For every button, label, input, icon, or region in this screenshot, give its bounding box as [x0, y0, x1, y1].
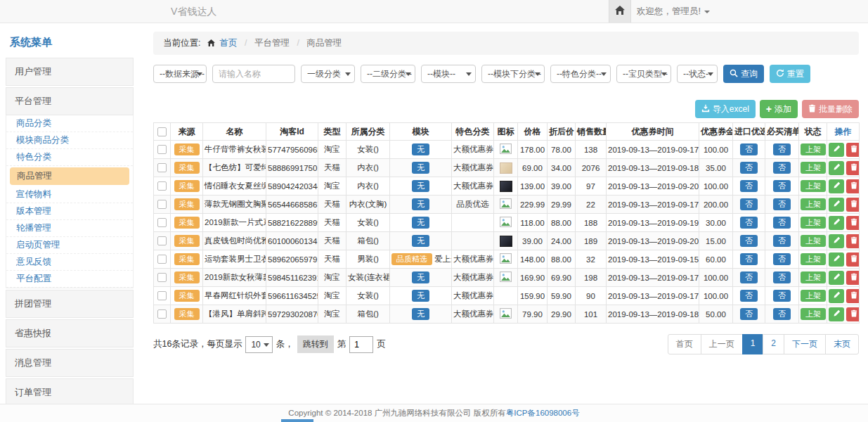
row-checkbox[interactable] [157, 200, 167, 209]
delete-button[interactable] [846, 161, 860, 175]
status-toggle[interactable]: 上架 [801, 180, 826, 192]
filter-select[interactable]: 一级分类 [301, 65, 355, 83]
search-button[interactable]: 查询 [723, 65, 764, 83]
delete-button[interactable] [846, 179, 860, 193]
row-checkbox[interactable] [157, 291, 167, 300]
import-select-toggle[interactable]: 否 [740, 271, 758, 283]
filter-select[interactable]: --模块下分类-- [481, 65, 545, 83]
icp-link[interactable]: 粤ICP备16098006号 [506, 409, 580, 417]
delete-button[interactable] [846, 198, 860, 212]
sidebar-item[interactable]: 省惠快报 [6, 319, 134, 347]
filter-select[interactable]: --特色分类-- [550, 65, 611, 83]
pager-first[interactable]: 首页 [668, 334, 701, 354]
filter-select[interactable]: --二级分类-- [361, 65, 415, 83]
reset-button[interactable]: 重置 [770, 65, 810, 83]
delete-button[interactable] [846, 307, 860, 321]
select-all-checkbox[interactable] [157, 127, 167, 136]
status-toggle[interactable]: 上架 [801, 253, 826, 265]
sidebar-item[interactable]: 拼团管理 [6, 290, 134, 318]
status-toggle[interactable]: 上架 [801, 143, 826, 155]
breadcrumb-home-link[interactable]: 首页 [219, 38, 237, 48]
import-select-toggle[interactable]: 否 [740, 217, 758, 229]
row-checkbox[interactable] [157, 236, 167, 245]
batch-delete-button[interactable]: 批量删除 [802, 100, 859, 118]
import-select-toggle[interactable]: 否 [740, 143, 758, 155]
edit-button[interactable] [829, 307, 844, 321]
edit-button[interactable] [829, 198, 844, 212]
sidebar-subitem[interactable]: 商品管理 [10, 167, 129, 185]
sidebar-item[interactable]: 用户管理 [6, 58, 134, 86]
import-select-toggle[interactable]: 否 [740, 308, 758, 320]
sidebar-subitem[interactable]: 宣传物料 [6, 186, 133, 203]
filter-select[interactable]: --数据来源-- [153, 65, 207, 83]
status-toggle[interactable]: 上架 [801, 308, 826, 320]
status-toggle[interactable]: 上架 [801, 217, 826, 229]
edit-button[interactable] [829, 289, 844, 303]
edit-button[interactable] [829, 179, 844, 193]
import-select-toggle[interactable]: 否 [740, 180, 758, 192]
user-menu[interactable]: 欢迎您，管理员! [637, 0, 710, 23]
row-checkbox[interactable] [157, 181, 167, 191]
delete-button[interactable] [846, 234, 860, 248]
must-buy-toggle[interactable]: 否 [773, 253, 791, 265]
import-select-toggle[interactable]: 否 [740, 253, 758, 265]
page-number-input[interactable] [349, 336, 373, 353]
home-button[interactable] [609, 0, 631, 23]
import-select-toggle[interactable]: 否 [740, 198, 758, 210]
row-checkbox[interactable] [157, 145, 167, 154]
status-toggle[interactable]: 上架 [801, 235, 826, 247]
delete-button[interactable] [846, 143, 860, 157]
must-buy-toggle[interactable]: 否 [773, 235, 791, 247]
pager-page-2[interactable]: 2 [763, 334, 784, 354]
must-buy-toggle[interactable]: 否 [773, 180, 791, 192]
row-checkbox[interactable] [157, 218, 167, 227]
sidebar-item[interactable]: 平台管理 [6, 87, 134, 115]
sidebar-subitem[interactable]: 平台配置 [6, 271, 133, 288]
edit-button[interactable] [829, 161, 844, 175]
sidebar-subitem[interactable]: 特色分类 [6, 149, 133, 166]
edit-button[interactable] [829, 252, 844, 267]
import-select-toggle[interactable]: 否 [740, 290, 758, 302]
pager-page-1[interactable]: 1 [742, 334, 764, 354]
edit-button[interactable] [829, 143, 844, 157]
edit-button[interactable] [829, 234, 844, 248]
add-button[interactable]: + 添加 [760, 100, 798, 118]
row-checkbox[interactable] [157, 309, 167, 319]
delete-button[interactable] [846, 252, 860, 267]
status-toggle[interactable]: 上架 [801, 271, 826, 283]
edit-button[interactable] [829, 216, 844, 230]
sidebar-item[interactable]: 消息管理 [6, 349, 134, 377]
delete-button[interactable] [846, 216, 860, 230]
status-toggle[interactable]: 上架 [801, 290, 826, 302]
must-buy-toggle[interactable]: 否 [773, 290, 791, 302]
jump-button[interactable]: 跳转到 [297, 335, 334, 353]
delete-button[interactable] [846, 289, 860, 303]
row-checkbox[interactable] [157, 273, 167, 282]
name-search-input[interactable] [212, 65, 295, 83]
edit-button[interactable] [829, 271, 844, 285]
row-checkbox[interactable] [157, 255, 167, 264]
status-toggle[interactable]: 上架 [801, 198, 826, 210]
filter-select[interactable]: --宝贝类型-- [616, 65, 671, 83]
sidebar-subitem[interactable]: 意见反馈 [6, 254, 133, 271]
must-buy-toggle[interactable]: 否 [773, 143, 791, 155]
sidebar-subitem[interactable]: 模块商品分类 [6, 132, 133, 149]
sidebar-subitem[interactable]: 启动页管理 [6, 237, 133, 254]
sidebar-subitem[interactable]: 商品分类 [6, 115, 133, 132]
pager-prev[interactable]: 上一页 [701, 334, 743, 354]
must-buy-toggle[interactable]: 否 [773, 162, 791, 174]
sidebar-subitem[interactable]: 版本管理 [6, 203, 133, 220]
must-buy-toggle[interactable]: 否 [773, 217, 791, 229]
sidebar-item[interactable]: 订单管理 [6, 378, 134, 404]
per-page-select[interactable]: 10 [245, 336, 272, 353]
must-buy-toggle[interactable]: 否 [773, 198, 791, 210]
filter-select[interactable]: --模块-- [421, 65, 476, 83]
import-excel-button[interactable]: 导入excel [695, 100, 756, 118]
sidebar-subitem[interactable]: 轮播管理 [6, 220, 133, 237]
status-toggle[interactable]: 上架 [801, 162, 826, 174]
import-select-toggle[interactable]: 否 [740, 235, 758, 247]
pager-next[interactable]: 下一页 [784, 334, 826, 354]
filter-select[interactable]: --状态-- [677, 65, 718, 83]
row-checkbox[interactable] [157, 163, 167, 172]
must-buy-toggle[interactable]: 否 [773, 271, 791, 283]
